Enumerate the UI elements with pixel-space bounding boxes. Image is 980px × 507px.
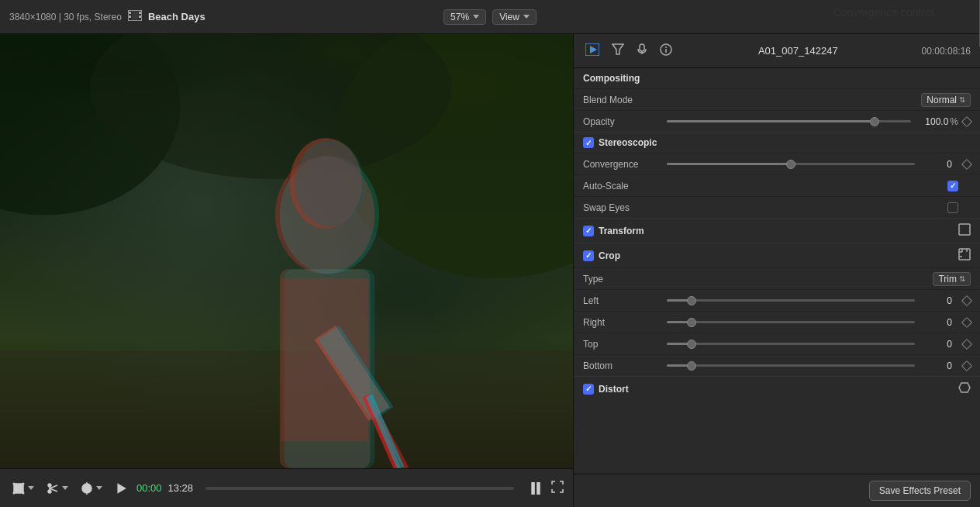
crop-top-slider-container[interactable]	[661, 343, 921, 345]
crop-type-label: Type	[583, 274, 661, 285]
top-toolbar: 3840×1080 | 30 fps, Stereo Beach Days 57…	[0, 0, 980, 34]
stereoscopic-title: Stereoscopic	[599, 137, 971, 148]
crop-top-track[interactable]	[667, 343, 915, 345]
opacity-unit: %	[950, 116, 958, 127]
video-info: 3840×1080 | 30 fps, Stereo	[9, 12, 122, 22]
convergence-keyframe-diamond[interactable]	[961, 158, 972, 169]
opacity-value: 100.0	[917, 116, 948, 127]
auto-scale-checkbox[interactable]	[947, 181, 958, 191]
zoom-button[interactable]: 57%	[443, 9, 486, 25]
svg-rect-2	[129, 16, 131, 18]
crop-icon	[958, 248, 971, 263]
trim-chevron	[62, 486, 68, 490]
crop-bottom-label: Bottom	[583, 360, 661, 371]
svg-point-46	[665, 47, 667, 48]
effects-icon-btn[interactable]	[78, 479, 105, 498]
toolbar-center: 57% View	[443, 9, 537, 25]
crop-left-keyframe[interactable]	[961, 295, 972, 305]
convergence-slider-fill	[667, 163, 791, 165]
crop-right-thumb[interactable]	[687, 318, 696, 327]
svg-point-25	[13, 491, 16, 494]
opacity-slider-container[interactable]	[661, 120, 917, 122]
video-controls-bar: 00:00 13:28	[0, 468, 573, 507]
crop-left-row: Left 0	[574, 289, 980, 311]
svg-marker-41	[612, 44, 623, 54]
inspector-bottom-bar: Save Effects Preset	[574, 474, 980, 507]
filter-tab-button[interactable]	[609, 41, 626, 60]
svg-rect-3	[132, 10, 138, 21]
svg-rect-47	[959, 224, 970, 235]
view-button[interactable]: View	[492, 9, 537, 25]
compositing-title: Compositing	[583, 73, 971, 84]
clip-name: A01_007_142247	[682, 45, 914, 57]
crop-right-slider-container[interactable]	[661, 321, 921, 323]
crop-right-keyframe[interactable]	[961, 316, 972, 327]
crop-left-label: Left	[583, 295, 661, 306]
transform-icon-btn[interactable]	[9, 479, 37, 498]
crop-bottom-thumb[interactable]	[687, 361, 696, 371]
opacity-slider-thumb[interactable]	[870, 117, 879, 126]
pause-button[interactable]	[526, 479, 545, 498]
app-container: 3840×1080 | 30 fps, Stereo Beach Days 57…	[0, 0, 980, 507]
crop-left-track[interactable]	[667, 299, 915, 302]
transform-section-header: Transform	[574, 219, 980, 243]
inspector-topbar: A01_007_142247 00:00:08:16	[574, 34, 980, 68]
convergence-slider-container[interactable]	[661, 163, 921, 165]
opacity-keyframe-diamond[interactable]	[961, 116, 972, 126]
auto-scale-row: Auto-Scale	[574, 174, 980, 196]
convergence-slider-track[interactable]	[667, 163, 915, 165]
view-chevron-icon	[523, 15, 530, 19]
crop-right-label: Right	[583, 317, 661, 328]
compositing-section-header: Compositing	[574, 68, 980, 88]
svg-rect-42	[640, 44, 644, 51]
video-tab-button[interactable]	[583, 41, 602, 60]
trim-icon-btn[interactable]	[43, 479, 71, 498]
svg-marker-36	[117, 483, 126, 494]
svg-rect-37	[531, 482, 535, 495]
crop-right-value: 0	[921, 317, 952, 328]
crop-bottom-track[interactable]	[667, 364, 915, 367]
toolbar-left: 3840×1080 | 30 fps, Stereo Beach Days	[9, 10, 443, 23]
stereoscopic-checkbox[interactable]	[583, 137, 594, 148]
transform-icon	[958, 223, 971, 238]
crop-top-thumb[interactable]	[687, 340, 696, 349]
crop-bottom-value: 0	[921, 360, 952, 371]
swap-eyes-label: Swap Eyes	[583, 202, 661, 213]
duration: 13:28	[168, 482, 194, 494]
transform-title: Transform	[599, 226, 958, 236]
svg-rect-38	[537, 482, 540, 495]
crop-top-label: Top	[583, 339, 661, 350]
crop-right-track[interactable]	[667, 321, 915, 323]
convergence-slider-thumb[interactable]	[786, 160, 795, 169]
timeline-scrubber[interactable]	[205, 487, 514, 490]
svg-point-23	[13, 482, 16, 485]
svg-rect-5	[139, 16, 141, 18]
swap-eyes-row: Swap Eyes	[574, 196, 980, 218]
audio-tab-button[interactable]	[634, 41, 650, 60]
crop-top-row: Top 0	[574, 333, 980, 354]
swap-eyes-checkbox[interactable]	[947, 202, 958, 213]
video-panel: 00:00 13:28	[0, 34, 573, 507]
crop-type-chevron: ⇅	[959, 274, 965, 283]
crop-top-value: 0	[921, 339, 952, 350]
svg-rect-22	[14, 484, 23, 493]
crop-top-keyframe[interactable]	[961, 338, 972, 349]
crop-left-thumb[interactable]	[687, 296, 696, 305]
opacity-slider-track[interactable]	[667, 120, 911, 122]
video-anaglyph-svg	[0, 34, 573, 468]
info-tab-button[interactable]	[657, 41, 675, 60]
crop-bottom-row: Bottom 0	[574, 354, 980, 376]
crop-left-slider-container[interactable]	[661, 299, 921, 302]
save-effects-preset-button[interactable]: Save Effects Preset	[869, 481, 971, 501]
crop-left-value: 0	[921, 295, 952, 306]
crop-bottom-keyframe[interactable]	[961, 360, 972, 371]
play-button[interactable]	[112, 479, 130, 498]
distort-checkbox[interactable]	[583, 384, 594, 395]
svg-point-24	[22, 482, 25, 485]
fullscreen-button[interactable]	[551, 481, 564, 496]
transform-checkbox[interactable]	[583, 226, 594, 236]
crop-checkbox[interactable]	[583, 250, 594, 261]
crop-bottom-slider-container[interactable]	[661, 364, 921, 367]
blend-mode-selector[interactable]: Normal ⇅	[921, 93, 971, 107]
crop-type-selector[interactable]: Trim ⇅	[933, 272, 971, 286]
